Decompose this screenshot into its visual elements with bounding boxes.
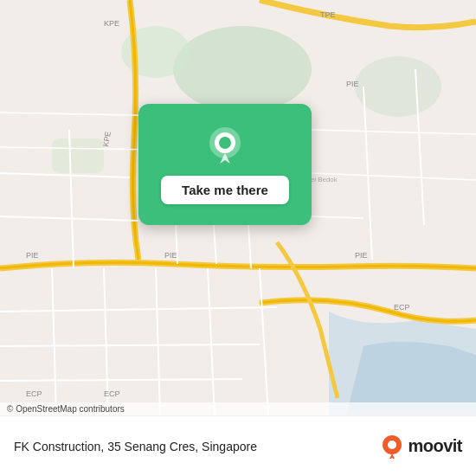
svg-text:ECP: ECP: [104, 389, 120, 398]
location-pin-icon: [204, 125, 246, 167]
location-label: FK Construction, 35 Senang Cres, Singapo…: [14, 440, 380, 453]
svg-text:TPE: TPE: [320, 10, 336, 19]
map-attribution: © OpenStreetMap contributors: [0, 402, 476, 415]
svg-text:ECP: ECP: [394, 303, 410, 312]
svg-text:PIE: PIE: [355, 251, 368, 260]
svg-text:PIE: PIE: [346, 80, 359, 88]
svg-text:KPE: KPE: [104, 19, 119, 28]
app-container: KPE PIE PIE PIE ECP ECP ECP TPE KPE PIE …: [0, 0, 476, 476]
svg-rect-3: [52, 138, 104, 173]
location-card: Take me there: [138, 104, 312, 225]
svg-point-1: [173, 26, 312, 113]
moovit-text: moovit: [408, 436, 462, 456]
svg-point-4: [355, 56, 441, 117]
svg-text:PIE: PIE: [26, 251, 39, 260]
svg-point-41: [388, 441, 396, 449]
svg-point-39: [219, 137, 231, 149]
moovit-logo: moovit: [380, 434, 462, 459]
take-me-there-button[interactable]: Take me there: [161, 176, 289, 204]
svg-text:ECP: ECP: [26, 389, 42, 398]
map-area: KPE PIE PIE PIE ECP ECP ECP TPE KPE PIE …: [0, 0, 476, 415]
info-bar: FK Construction, 35 Senang Cres, Singapo…: [0, 415, 476, 476]
svg-text:PIE: PIE: [164, 251, 177, 260]
moovit-pin-icon: [380, 434, 404, 459]
